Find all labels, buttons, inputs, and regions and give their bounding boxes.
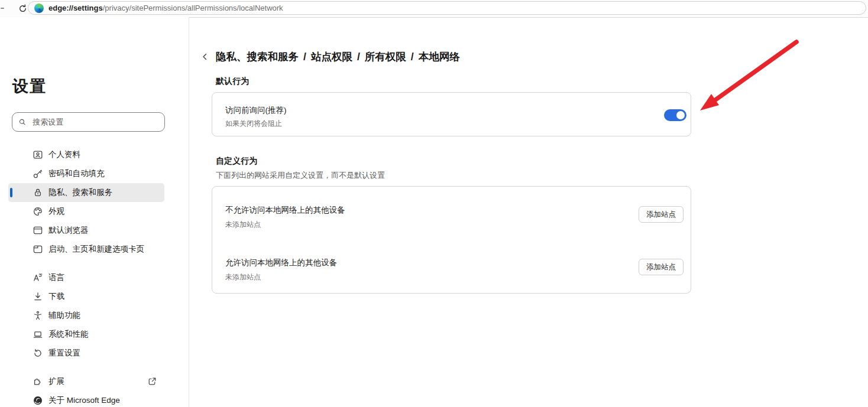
sidebar-item-label: 关于 Microsoft Edge bbox=[48, 395, 120, 406]
search-icon bbox=[18, 118, 26, 126]
block-sites-title: 不允许访问本地网络上的其他设备 bbox=[225, 205, 345, 216]
sidebar-item-label: 密码和自动填充 bbox=[48, 168, 105, 179]
browser-window-icon bbox=[33, 225, 43, 236]
edge-favicon-icon bbox=[34, 4, 44, 13]
accessibility-icon bbox=[33, 310, 43, 321]
puzzle-icon bbox=[33, 376, 43, 387]
default-behavior-heading: 默认行为 bbox=[216, 76, 249, 87]
sidebar-item-privacy[interactable]: 隐私、搜索和服务 bbox=[8, 183, 164, 202]
sidebar-item-label: 辅助功能 bbox=[48, 310, 80, 321]
allow-sites-empty-text: 未添加站点 bbox=[225, 272, 261, 282]
sidebar-item-label: 下载 bbox=[48, 291, 64, 302]
sidebar-item-label: 隐私、搜索和服务 bbox=[48, 187, 112, 198]
breadcrumb: 隐私、搜索和服务 / 站点权限 / 所有权限 / 本地网络 bbox=[200, 50, 460, 64]
breadcrumb-separator: / bbox=[411, 51, 414, 63]
sidebar-item-languages[interactable]: 语言 bbox=[8, 268, 164, 287]
url-path: /privacy/sitePermissions/allPermissions/… bbox=[103, 4, 283, 12]
language-icon bbox=[33, 272, 43, 283]
reset-icon bbox=[33, 348, 43, 359]
reload-button[interactable] bbox=[17, 3, 28, 14]
profile-icon bbox=[33, 149, 43, 160]
sidebar-item-passwords[interactable]: 密码和自动填充 bbox=[8, 164, 164, 183]
back-button[interactable] bbox=[200, 51, 209, 62]
settings-search-box[interactable] bbox=[12, 112, 165, 132]
window-dash-icon bbox=[1, 8, 4, 9]
block-add-site-button[interactable]: 添加站点 bbox=[639, 206, 684, 223]
sidebar-item-default-browser[interactable]: 默认浏览器 bbox=[8, 221, 164, 240]
custom-behavior-subheading: 下面列出的网站采用自定义设置，而不是默认设置 bbox=[216, 170, 385, 181]
block-sites-empty-text: 未添加站点 bbox=[225, 220, 261, 230]
ask-before-access-subtitle: 如果关闭将会阻止 bbox=[225, 119, 282, 129]
browser-topbar: edge://settings/privacy/sitePermissions/… bbox=[0, 0, 868, 18]
sidebar-item-label: 语言 bbox=[48, 272, 64, 283]
ask-before-access-title: 访问前询问(推荐) bbox=[225, 105, 287, 116]
sidebar-item-extensions[interactable]: 扩展 bbox=[8, 372, 164, 391]
breadcrumb-segment-all-permissions[interactable]: 所有权限 bbox=[365, 50, 406, 64]
sidebar-item-label: 重置设置 bbox=[48, 348, 80, 359]
edge-logo-icon bbox=[33, 395, 43, 406]
search-input[interactable] bbox=[31, 117, 158, 127]
sidebar-item-label: 外观 bbox=[48, 206, 64, 217]
sidebar-item-label: 启动、主页和新建选项卡页 bbox=[48, 244, 144, 255]
sidebar-item-reset[interactable]: 重置设置 bbox=[8, 344, 164, 363]
annotation-arrow bbox=[691, 35, 803, 117]
sidebar-item-profile[interactable]: 个人资料 bbox=[8, 145, 164, 164]
sidebar-item-appearance[interactable]: 外观 bbox=[8, 202, 164, 221]
sidebar-item-accessibility[interactable]: 辅助功能 bbox=[8, 306, 164, 325]
lock-icon bbox=[33, 187, 43, 198]
url-text: edge://settings/privacy/sitePermissions/… bbox=[48, 4, 283, 12]
sidebar-item-about-edge[interactable]: 关于 Microsoft Edge bbox=[8, 391, 164, 407]
new-tab-icon bbox=[33, 244, 43, 255]
sidebar-item-downloads[interactable]: 下载 bbox=[8, 287, 164, 306]
allow-sites-title: 允许访问本地网络上的其他设备 bbox=[225, 258, 337, 268]
toggle-knob bbox=[676, 111, 685, 119]
address-bar[interactable]: edge://settings/privacy/sitePermissions/… bbox=[28, 1, 866, 15]
palette-icon bbox=[33, 206, 43, 217]
sidebar-title: 设置 bbox=[12, 76, 47, 97]
key-icon bbox=[33, 168, 43, 179]
sidebar-item-start-home[interactable]: 启动、主页和新建选项卡页 bbox=[8, 240, 164, 259]
sidebar-item-label: 系统和性能 bbox=[48, 329, 89, 340]
ask-before-access-toggle[interactable] bbox=[664, 109, 686, 121]
breadcrumb-separator: / bbox=[303, 51, 306, 63]
url-origin: edge://settings bbox=[48, 4, 103, 12]
breadcrumb-segment-local-network: 本地网络 bbox=[419, 50, 460, 64]
sidebar-item-system[interactable]: 系统和性能 bbox=[8, 325, 164, 344]
download-icon bbox=[33, 291, 43, 302]
laptop-icon bbox=[33, 329, 43, 340]
custom-behavior-card: 不允许访问本地网络上的其他设备 未添加站点 添加站点 允许访问本地网络上的其他设… bbox=[212, 186, 691, 294]
breadcrumb-trail: 隐私、搜索和服务 / 站点权限 / 所有权限 / 本地网络 bbox=[216, 50, 460, 64]
settings-sidebar: 设置 个人资料 密码和自动填充 隐私、搜索和服务 外观 bbox=[0, 17, 189, 407]
reload-icon bbox=[18, 4, 28, 14]
selected-indicator bbox=[10, 188, 12, 197]
sidebar-item-label: 扩展 bbox=[48, 376, 64, 387]
external-link-icon bbox=[147, 376, 157, 386]
sidebar-item-label: 个人资料 bbox=[48, 149, 80, 160]
allow-add-site-button[interactable]: 添加站点 bbox=[639, 259, 684, 275]
breadcrumb-segment-privacy[interactable]: 隐私、搜索和服务 bbox=[216, 50, 299, 64]
breadcrumb-segment-site-permissions[interactable]: 站点权限 bbox=[311, 50, 352, 64]
sidebar-item-label: 默认浏览器 bbox=[48, 225, 89, 236]
breadcrumb-separator: / bbox=[357, 51, 360, 63]
default-behavior-card: 访问前询问(推荐) 如果关闭将会阻止 bbox=[212, 92, 691, 136]
custom-behavior-heading: 自定义行为 bbox=[216, 156, 257, 167]
